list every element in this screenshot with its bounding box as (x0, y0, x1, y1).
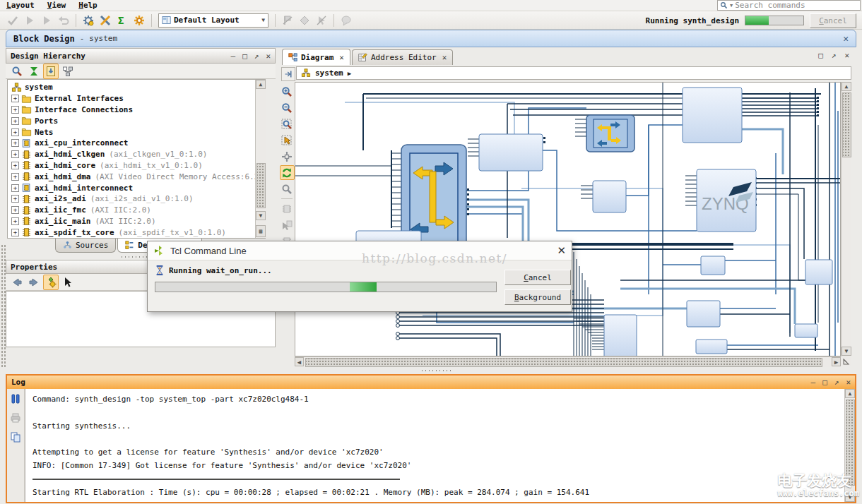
scroll-up-icon[interactable]: ▲ (842, 82, 851, 91)
tree-item-External Interfaces[interactable]: +External Interfaces (11, 93, 265, 104)
copy-icon[interactable] (8, 430, 23, 444)
tree-item-Interface Connections[interactable]: +Interface Connections (11, 104, 265, 116)
close-icon[interactable]: ✕ (557, 244, 566, 257)
tree-item-axi_hdmi_core[interactable]: +axi_hdmi_core(axi_hdmi_tx_v1_0:1.0) (11, 160, 265, 172)
block-ip[interactable] (604, 315, 637, 356)
expander-icon[interactable]: + (11, 195, 19, 203)
ip-block-icon[interactable] (280, 201, 295, 216)
maximize-icon[interactable]: □ (818, 51, 823, 60)
close-icon[interactable]: ✕ (339, 53, 344, 62)
project-gear-icon[interactable] (131, 13, 147, 28)
tree-item-axi_iic_fmc[interactable]: +axi_iic_fmc(AXI IIC:2.0) (11, 205, 265, 216)
maximize-icon[interactable]: □ (242, 52, 247, 60)
pause-output-icon[interactable] (8, 392, 23, 406)
block-axi-interconnect-mini[interactable] (586, 115, 634, 152)
search-commands-input[interactable]: ▼ Search commands (717, 0, 861, 11)
block-ip[interactable] (683, 88, 742, 143)
log-header[interactable]: Log — □ ↗ ✕ (7, 376, 855, 389)
expander-icon[interactable]: + (11, 229, 19, 236)
tab-address-editor[interactable]: Address Editor ✕ (352, 49, 453, 65)
layout-selector-dropdown[interactable]: Default Layout ▼ (158, 13, 268, 28)
tree-item-Nets[interactable]: +Nets (11, 126, 265, 138)
expander-icon[interactable]: + (11, 95, 19, 102)
tab-sources[interactable]: Sources (55, 239, 116, 253)
scroll-down-icon[interactable]: ▼ (256, 211, 266, 220)
expander-icon[interactable]: + (11, 139, 19, 147)
close-icon[interactable]: ✕ (846, 378, 851, 386)
float-icon[interactable]: ↗ (254, 52, 259, 60)
run-step-icon[interactable] (39, 13, 54, 28)
scroll-right-icon[interactable]: ▶ (832, 357, 841, 366)
tree-item-axi_hdmi_interconnect[interactable]: +axi_hdmi_interconnect (11, 182, 265, 193)
cursor-disabled-icon[interactable] (314, 13, 329, 28)
menu-view[interactable]: View (41, 1, 73, 10)
block-ip[interactable] (479, 134, 543, 171)
close-icon[interactable]: ✕ (442, 53, 447, 62)
reset-run-icon[interactable] (56, 13, 71, 28)
zoom-fit-icon[interactable] (280, 116, 295, 131)
block-ip[interactable] (696, 340, 727, 354)
feedback-icon[interactable] (338, 13, 354, 28)
tree-item-axi_hdmi_dma[interactable]: +axi_hdmi_dma(AXI Video Direct Memory Ac… (11, 171, 265, 182)
expander-icon[interactable]: + (11, 184, 19, 192)
scroll-up-icon[interactable]: ▲ (845, 389, 855, 398)
breadcrumb-item[interactable]: system (315, 68, 343, 78)
maximize-icon[interactable]: □ (822, 378, 827, 386)
hierarchy-view-icon[interactable] (60, 64, 76, 79)
float-icon[interactable]: ↗ (832, 51, 837, 60)
background-button[interactable]: Background (504, 289, 571, 305)
run-icon[interactable] (22, 13, 37, 28)
back-arrow-icon[interactable] (9, 275, 25, 290)
minimize-icon[interactable]: — (231, 52, 236, 60)
block-ip[interactable] (805, 260, 832, 284)
tree-item-axi_cpu_interconnect[interactable]: +axi_cpu_interconnect (11, 138, 265, 149)
search-icon[interactable] (9, 64, 25, 79)
tools-icon[interactable] (98, 13, 113, 28)
collapse-sidebar-icon[interactable] (281, 67, 295, 81)
panel-splitter-handle[interactable] (120, 256, 148, 258)
diagram-canvas[interactable]: ZYNQ (295, 82, 841, 356)
settings-gear-icon[interactable] (81, 13, 96, 28)
expander-icon[interactable]: + (11, 162, 19, 169)
block-ip[interactable] (593, 181, 626, 212)
tree-item-Ports[interactable]: +Ports (11, 115, 265, 126)
run-complete-icon[interactable] (5, 13, 20, 28)
fit-window-icon[interactable] (280, 149, 295, 164)
select-area-icon[interactable] (280, 133, 295, 148)
printer-icon[interactable] (8, 411, 23, 425)
flat-view-icon[interactable] (43, 64, 59, 79)
pointer-block-icon[interactable] (280, 217, 295, 232)
float-icon[interactable]: ↗ (834, 378, 839, 386)
dialog-titlebar[interactable]: Tcl Command Line ✕ (148, 241, 572, 260)
diamond-icon[interactable] (297, 13, 312, 28)
select-gear-icon[interactable] (43, 275, 59, 290)
tree-item-axi_hdmi_clkgen[interactable]: +axi_hdmi_clkgen(axi_clkgen_v1_0:1.0) (11, 149, 265, 160)
zoom-out-icon[interactable] (280, 100, 295, 115)
expander-icon[interactable]: + (11, 217, 19, 225)
expander-icon[interactable]: + (11, 206, 19, 214)
breadcrumb[interactable]: system ▶ (296, 66, 851, 80)
diagram-hscrollbar[interactable]: ◀ ▶ (295, 356, 841, 367)
close-icon[interactable]: ✕ (843, 33, 849, 44)
expander-icon[interactable]: + (11, 150, 19, 158)
block-ip[interactable] (687, 301, 720, 327)
tab-diagram[interactable]: Diagram ✕ (282, 49, 350, 65)
expander-icon[interactable]: + (11, 128, 19, 136)
search-icon[interactable] (280, 181, 295, 196)
tree-item-axi_spdif_tx_core[interactable]: +axi_spdif_tx_core(axi_spdif_tx_v1_0:1.0… (11, 227, 265, 238)
menu-help[interactable]: Help (72, 1, 104, 10)
autofit-icon[interactable] (280, 165, 295, 180)
expand-collapse-icon[interactable] (26, 64, 42, 79)
resize-grid-icon[interactable]: ▦ (256, 225, 266, 237)
scroll-up-icon[interactable]: ▲ (256, 80, 266, 89)
block-zynq-ps[interactable]: ZYNQ (697, 169, 756, 232)
expander-icon[interactable]: + (11, 117, 19, 125)
expander-icon[interactable]: + (11, 173, 19, 181)
scroll-left-icon[interactable]: ◀ (295, 357, 304, 366)
cancel-run-button[interactable]: Cancel (810, 13, 856, 28)
pointer-icon[interactable] (60, 275, 76, 290)
diagram-vscrollbar[interactable]: ▲ ▼ (841, 82, 851, 356)
cancel-button[interactable]: Cancel (504, 270, 571, 285)
expander-icon[interactable]: + (11, 106, 19, 114)
close-icon[interactable]: ✕ (266, 52, 271, 60)
